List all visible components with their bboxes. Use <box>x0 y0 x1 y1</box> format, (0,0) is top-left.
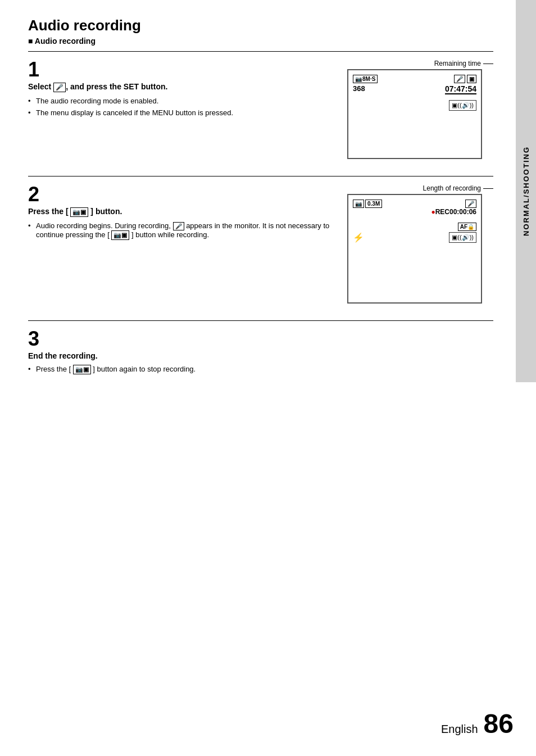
rec-dot: ● <box>431 208 435 216</box>
step-2-bullet-1: Audio recording begins. During recording… <box>28 221 330 240</box>
remaining-time-text: Remaining time <box>434 60 481 67</box>
cs1-bottom: ▣((🔊)) <box>353 100 476 111</box>
step-3: 3 End the recording. Press the [ 📷▣ ] bu… <box>28 329 493 374</box>
step2-divider <box>28 320 493 321</box>
page-bottom: English 86 <box>441 708 514 739</box>
step-1-left: 1 Select 🎤, and press the SET button. Th… <box>28 60 330 159</box>
step-2-left: 2 Press the [ 📷▣ ] button. Audio recordi… <box>28 184 330 304</box>
cs1-left-icons: 📷 8M·S <box>353 75 378 83</box>
main-content: Audio recording Audio recording 1 Select… <box>0 0 516 395</box>
cs2-size-icon: 0.3M <box>365 200 382 208</box>
camera-mode-icon: 📷 8M·S <box>353 75 378 83</box>
film-icon-box: ▣ <box>467 75 476 83</box>
step-2-right: Length of recording 📷 0.3M 🎤 <box>347 184 493 304</box>
cs1-num: 368 <box>353 84 378 93</box>
af-icon: AF🔒 <box>458 223 476 231</box>
step1-divider <box>28 176 493 176</box>
side-tab: NORMAL/SHOOTING <box>516 0 536 382</box>
step3-rec-icon: 📷▣ <box>73 365 91 374</box>
page-number: 86 <box>484 708 514 739</box>
cs2-bottom-row: ⚡ AF🔒 ▣((🔊)) <box>353 223 476 243</box>
step-1-heading: Select 🎤, and press the SET button. <box>28 82 330 92</box>
cam-size-text: 8M·S <box>362 76 375 82</box>
page-language: English <box>441 723 478 736</box>
cs1-right-icons: 🎤 ▣ <box>454 75 476 83</box>
cs2-flash: ⚡ <box>353 232 364 243</box>
camera-screen-2: 📷 0.3M 🎤 ●REC00:00:06 <box>347 194 482 304</box>
cs1-left: 📷 8M·S 368 <box>353 75 378 93</box>
title-divider <box>28 51 493 52</box>
step-1-bullets: The audio recording mode is enabled. The… <box>28 97 330 117</box>
cs2-left: 📷 0.3M <box>353 200 382 208</box>
flash-icon: ⚡ <box>353 233 364 242</box>
page-title: Audio recording <box>28 17 493 34</box>
side-tab-text: NORMAL/SHOOTING <box>522 146 530 236</box>
cs2-rec-display: ●REC00:00:06 <box>431 208 476 216</box>
step-3-heading: End the recording. <box>28 351 493 360</box>
cs2-mic-icon: 🎤 <box>465 200 476 208</box>
step-3-bullet-1: Press the [ 📷▣ ] button again to stop re… <box>28 365 493 374</box>
cs2-cam-icon: 📷 <box>353 200 364 208</box>
length-text: Length of recording <box>423 184 481 192</box>
cs1-right: 🎤 ▣ 07:47:54 <box>445 75 476 94</box>
cs2-top-row: 📷 0.3M 🎤 ●REC00:00:06 <box>353 200 476 216</box>
mic-select-icon: 🎤 <box>53 83 66 92</box>
cs2-left-icons: 📷 0.3M <box>353 200 382 208</box>
rec-btn-icon: 📷▣ <box>70 207 88 217</box>
inline-rec-btn-icon: 📷▣ <box>111 230 129 240</box>
step-2: 2 Press the [ 📷▣ ] button. Audio recordi… <box>28 184 493 309</box>
wifi-sound-icon: ▣((🔊)) <box>449 100 476 111</box>
inline-mic-icon: 🎤 <box>173 222 184 230</box>
cs1-time: 07:47:54 <box>445 84 476 94</box>
page-subtitle: Audio recording <box>28 37 493 46</box>
step-1-right: Remaining time 📷 8M·S 3 <box>347 60 493 159</box>
remaining-time-label: Remaining time <box>347 60 493 67</box>
cs1-top-row: 📷 8M·S 368 🎤 ▣ 07:47:54 <box>353 75 476 94</box>
cam-icon-sym: 📷 <box>355 76 362 82</box>
camera-screen-1: 📷 8M·S 368 🎤 ▣ 07:47:54 <box>347 69 482 159</box>
step-1-bullet-1: The audio recording mode is enabled. <box>28 97 330 105</box>
remaining-time-line <box>483 64 493 64</box>
cs2-right-bottom: AF🔒 ▣((🔊)) <box>449 223 476 243</box>
step-2-bullets: Audio recording begins. During recording… <box>28 221 330 240</box>
step-1: 1 Select 🎤, and press the SET button. Th… <box>28 60 493 165</box>
step-1-number: 1 <box>28 60 330 80</box>
cs2-right: 🎤 ●REC00:00:06 <box>431 200 476 216</box>
length-line <box>483 188 493 189</box>
page-container: NORMAL/SHOOTING Audio recording Audio re… <box>0 0 536 756</box>
step-1-bullet-2: The menu display is canceled if the MENU… <box>28 108 330 117</box>
cs2-wifi-icon: ▣((🔊)) <box>449 232 476 243</box>
step-2-heading: Press the [ 📷▣ ] button. <box>28 207 330 217</box>
step-2-number: 2 <box>28 184 330 205</box>
step-3-bullets: Press the [ 📷▣ ] button again to stop re… <box>28 365 493 374</box>
length-label: Length of recording <box>347 184 493 192</box>
step-3-number: 3 <box>28 329 493 349</box>
mic-icon-box: 🎤 <box>454 75 465 83</box>
